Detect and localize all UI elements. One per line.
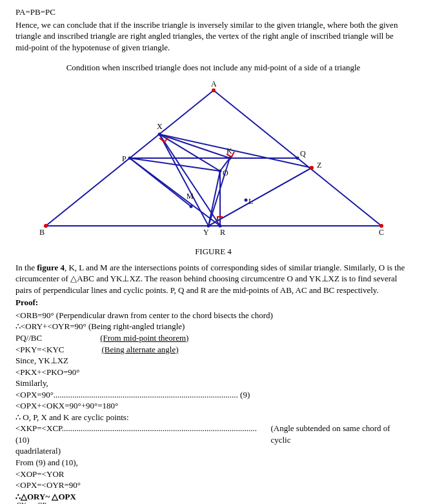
label-c: C: [379, 228, 384, 237]
proof-line: ∴ O, P, X and K are cyclic points:: [15, 412, 411, 423]
label-p: P: [122, 154, 126, 163]
svg-point-19: [228, 156, 231, 159]
svg-point-12: [212, 88, 216, 92]
figure-description: In the figure 4, K, L and M are the inte…: [15, 262, 411, 296]
svg-line-10: [159, 134, 220, 171]
proof-body: <ORB=90° (Perpendicular drawn from cente…: [15, 310, 411, 504]
label-m: M: [187, 192, 194, 201]
proof-line: <PKX+<PKO=90°: [15, 367, 411, 378]
figure-4-svg: A B C X P K Q Z O M L Y R: [33, 77, 394, 245]
proof-line: From (9) and (10),: [15, 457, 411, 469]
label-l: L: [248, 197, 253, 206]
proof-line: <ORB=90° (Perpendicular drawn from cente…: [15, 310, 411, 321]
label-o: O: [223, 168, 228, 177]
proof-line: PQ//BC(From mid-point theorem): [15, 332, 411, 344]
svg-point-15: [310, 166, 314, 170]
proof-line: <XOP=<YOR: [15, 469, 411, 480]
label-a: A: [211, 79, 217, 88]
proof-line: quadrilateral): [15, 445, 411, 457]
proof-line: Similarly,: [15, 378, 411, 389]
label-z: Z: [317, 161, 321, 170]
label-x: X: [157, 122, 163, 131]
proof-line: <OPX=90°................................…: [15, 389, 411, 401]
svg-point-18: [157, 132, 161, 136]
figure-4: A B C X P K Q Z O M L Y R: [33, 77, 394, 245]
proof-line: ∴△ORY~ △OPX: [15, 491, 411, 503]
label-b: B: [39, 228, 45, 237]
proof-line: ∴<ORY+<OYR=90° (Being right-angled trian…: [15, 321, 411, 332]
svg-point-24: [244, 198, 247, 201]
svg-point-22: [218, 224, 221, 227]
line-pa-pb-pc: PA=PB=PC: [15, 6, 411, 18]
label-r: R: [220, 228, 225, 237]
proof-line: Since, YK⊥XZ: [15, 355, 411, 367]
label-y: Y: [203, 228, 209, 237]
proof-line: <XKP=<XCP...............................…: [15, 423, 411, 445]
figure-4-caption: FIGURE 4: [15, 247, 411, 257]
proof-line: <OPX+<OKX=90°+90°=180°: [15, 400, 411, 412]
section-subheading: Condition when inscribed triangle does n…: [15, 62, 411, 74]
conclusion-paragraph: Hence, we can conclude that if the inscr…: [15, 19, 411, 54]
label-q: Q: [300, 149, 306, 158]
svg-point-17: [296, 156, 299, 159]
label-k: K: [227, 146, 232, 156]
svg-point-20: [218, 169, 221, 172]
proof-line: <OPX=<OYR=90°: [15, 479, 411, 491]
proof-line: <PKY=<KYC(Being alternate angle): [15, 344, 411, 356]
svg-point-21: [207, 224, 210, 227]
proof-heading: Proof:: [15, 297, 411, 308]
svg-point-23: [189, 205, 192, 208]
svg-point-16: [128, 156, 131, 159]
